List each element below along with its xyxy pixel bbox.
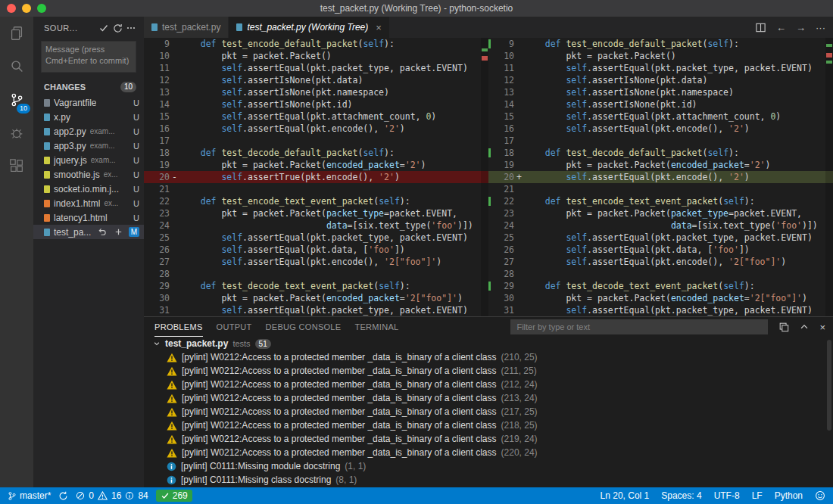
minimize-window-button[interactable] bbox=[22, 4, 31, 13]
scm-file-row[interactable]: VagrantfileU bbox=[33, 95, 144, 110]
code-line[interactable]: 20+ self.assertEqual(pkt.encode(), '2') bbox=[488, 171, 833, 183]
cursor-position[interactable]: Ln 20, Col 1 bbox=[601, 490, 650, 501]
code-line[interactable]: 22 def test_encode_text_event_packet(sel… bbox=[144, 195, 488, 207]
code-line[interactable]: 17 bbox=[144, 135, 488, 147]
activity-debug[interactable] bbox=[0, 117, 33, 150]
commit-message-input[interactable] bbox=[41, 41, 136, 73]
code-line[interactable]: 14 self.assertIsNone(pkt.id) bbox=[488, 98, 833, 110]
activity-source-control[interactable]: 10 bbox=[0, 83, 33, 117]
tab-output[interactable]: OUTPUT bbox=[217, 317, 252, 337]
discard-changes-icon[interactable] bbox=[95, 227, 109, 237]
code-line[interactable]: 20- self.assertTrue(pkt.encode(), '2') bbox=[144, 171, 488, 183]
code-line[interactable]: 16 self.assertEqual(pkt.encode(), '2') bbox=[488, 123, 833, 135]
problem-row[interactable]: [pylint] W0212:Access to a protected mem… bbox=[144, 391, 833, 405]
scm-file-row[interactable]: index1.htmlex...U bbox=[33, 196, 144, 210]
code-line[interactable]: 31 self.assertEqual(pkt.packet_type, pac… bbox=[488, 304, 833, 316]
navigate-forward-icon[interactable]: → bbox=[796, 23, 806, 33]
indentation-setting[interactable]: Spaces: 4 bbox=[661, 490, 701, 501]
code-line[interactable]: 17 bbox=[488, 135, 833, 147]
problem-row[interactable]: [pylint] C0111:Missing module docstring(… bbox=[144, 459, 833, 473]
problem-row[interactable]: [pylint] W0212:Access to a protected mem… bbox=[144, 446, 833, 459]
code-line[interactable]: 28 bbox=[488, 268, 833, 280]
code-line[interactable]: 19 pkt = packet.Packet(encoded_packet='2… bbox=[488, 159, 833, 171]
code-line[interactable]: 18 def test_decode_default_packet(self): bbox=[488, 147, 833, 159]
code-line[interactable]: 12 self.assertIsNone(pkt.data) bbox=[144, 74, 488, 86]
zoom-window-button[interactable] bbox=[37, 4, 46, 13]
code-line[interactable]: 18 def test_decode_default_packet(self): bbox=[144, 147, 488, 159]
tab-test-packet[interactable]: test_packet.py bbox=[144, 17, 229, 38]
code-line[interactable]: 28 bbox=[144, 268, 488, 280]
scm-file-row[interactable]: app3.pyexam...U bbox=[33, 138, 144, 153]
code-line[interactable]: 29 def test_decode_text_event_packet(sel… bbox=[144, 280, 488, 292]
git-branch-indicator[interactable]: master* bbox=[8, 490, 51, 501]
scm-file-row[interactable]: smoothie.jsex...U bbox=[33, 167, 144, 182]
code-line[interactable]: 14 self.assertIsNone(pkt.id) bbox=[144, 98, 488, 110]
activity-search[interactable] bbox=[0, 50, 33, 83]
code-line[interactable]: 21 bbox=[488, 183, 833, 195]
scm-file-row[interactable]: latency1.htmlU bbox=[33, 210, 144, 225]
problems-filter-input[interactable] bbox=[510, 319, 768, 334]
tab-problems[interactable]: PROBLEMS bbox=[154, 317, 203, 337]
code-line[interactable]: 27 self.assertEqual(pkt.encode(), '2["fo… bbox=[488, 256, 833, 268]
code-line[interactable]: 12 self.assertIsNone(pkt.data) bbox=[488, 74, 833, 86]
tab-test-packet-working-tree[interactable]: test_packet.py (Working Tree) × bbox=[229, 17, 389, 38]
code-line[interactable]: 30 pkt = packet.Packet(encoded_packet='2… bbox=[144, 292, 488, 304]
git-sync-button[interactable] bbox=[58, 491, 68, 501]
code-line[interactable]: 10 pkt = packet.Packet() bbox=[488, 50, 833, 62]
code-line[interactable]: 19 pkt = packet.Packet(encoded_packet='2… bbox=[144, 159, 488, 171]
scm-file-row[interactable]: x.pyU bbox=[33, 110, 144, 124]
commit-button[interactable] bbox=[97, 23, 111, 33]
scm-file-row[interactable]: jquery.jsexam...U bbox=[33, 153, 144, 167]
code-line[interactable]: 30 pkt = packet.Packet(encoded_packet='2… bbox=[488, 292, 833, 304]
code-line[interactable]: 10 pkt = packet.Packet() bbox=[144, 50, 488, 62]
close-window-button[interactable] bbox=[7, 4, 16, 13]
problem-row[interactable]: [pylint] W0212:Access to a protected mem… bbox=[144, 378, 833, 391]
code-line[interactable]: 23 pkt = packet.Packet(packet_type=packe… bbox=[488, 207, 833, 219]
code-line[interactable]: 31 self.assertEqual(pkt.packet_type, pac… bbox=[144, 304, 488, 316]
close-tab-icon[interactable]: × bbox=[376, 22, 382, 33]
code-line[interactable]: 9 def test_encode_default_packet(self): bbox=[144, 38, 488, 50]
code-line[interactable]: 25 self.assertEqual(pkt.packet_type, pac… bbox=[488, 232, 833, 244]
scm-file-row[interactable]: socket.io.min.j...U bbox=[33, 182, 144, 196]
code-line[interactable]: 24 data=[six.text_type('foo')]) bbox=[488, 219, 833, 232]
code-line[interactable]: 13 self.assertIsNone(pkt.namespace) bbox=[144, 86, 488, 98]
navigate-back-icon[interactable]: ← bbox=[776, 23, 786, 33]
panel-layout-icon[interactable] bbox=[778, 322, 789, 332]
refresh-button[interactable] bbox=[111, 23, 124, 33]
overview-ruler[interactable] bbox=[481, 38, 488, 316]
code-line[interactable]: 26 self.assertEqual(pkt.data, ['foo']) bbox=[144, 244, 488, 256]
problem-row[interactable]: [pylint] W0212:Access to a protected mem… bbox=[144, 405, 833, 418]
code-line[interactable]: 22 def test_encode_text_event_packet(sel… bbox=[488, 195, 833, 207]
activity-explorer[interactable] bbox=[0, 17, 33, 50]
tab-terminal[interactable]: TERMINAL bbox=[354, 317, 398, 337]
problem-row[interactable]: [pylint] C0111:Missing class docstring(8… bbox=[144, 473, 833, 487]
code-line[interactable]: 11 self.assertEqual(pkt.packet_type, pac… bbox=[144, 62, 488, 74]
code-line[interactable]: 9 def test_encode_default_packet(self): bbox=[488, 38, 833, 50]
editor-more-actions-icon[interactable]: ··· bbox=[816, 23, 825, 33]
activity-extensions[interactable] bbox=[0, 150, 33, 183]
code-line[interactable]: 29 def test_decode_text_event_packet(sel… bbox=[488, 280, 833, 292]
code-line[interactable]: 24 data=[six.text_type('foo')]) bbox=[144, 219, 488, 232]
panel-scrollbar[interactable] bbox=[827, 340, 831, 431]
problem-row[interactable]: [pylint] W0212:Access to a protected mem… bbox=[144, 364, 833, 378]
encoding-setting[interactable]: UTF-8 bbox=[714, 490, 740, 501]
changes-section-header[interactable]: CHANGES 10 bbox=[33, 79, 144, 95]
language-mode[interactable]: Python bbox=[775, 490, 803, 501]
problem-row[interactable]: [pylint] W0212:Access to a protected mem… bbox=[144, 432, 833, 446]
code-line[interactable]: 25 self.assertEqual(pkt.packet_type, pac… bbox=[144, 232, 488, 244]
overview-ruler[interactable] bbox=[825, 38, 833, 316]
code-line[interactable]: 21 bbox=[144, 183, 488, 195]
problems-summary[interactable]: 0 16 84 bbox=[76, 490, 148, 501]
scm-file-row[interactable]: app2.pyexam...U bbox=[33, 124, 144, 138]
scm-more-actions-button[interactable] bbox=[124, 23, 138, 33]
stage-changes-icon[interactable] bbox=[112, 227, 126, 237]
code-line[interactable]: 27 self.assertEqual(pkt.encode(), '2["fo… bbox=[144, 256, 488, 268]
code-line[interactable]: 23 pkt = packet.Packet(packet_type=packe… bbox=[144, 207, 488, 219]
scm-file-row[interactable]: test_pa...M bbox=[33, 225, 144, 239]
code-line[interactable]: 13 self.assertIsNone(pkt.namespace) bbox=[488, 86, 833, 98]
eol-setting[interactable]: LF bbox=[752, 490, 763, 501]
problem-row[interactable]: [pylint] W0212:Access to a protected mem… bbox=[144, 350, 833, 364]
tab-debug-console[interactable]: DEBUG CONSOLE bbox=[266, 317, 342, 337]
close-panel-icon[interactable]: × bbox=[819, 322, 825, 332]
code-line[interactable]: 15 self.assertEqual(pkt.attachment_count… bbox=[488, 110, 833, 123]
